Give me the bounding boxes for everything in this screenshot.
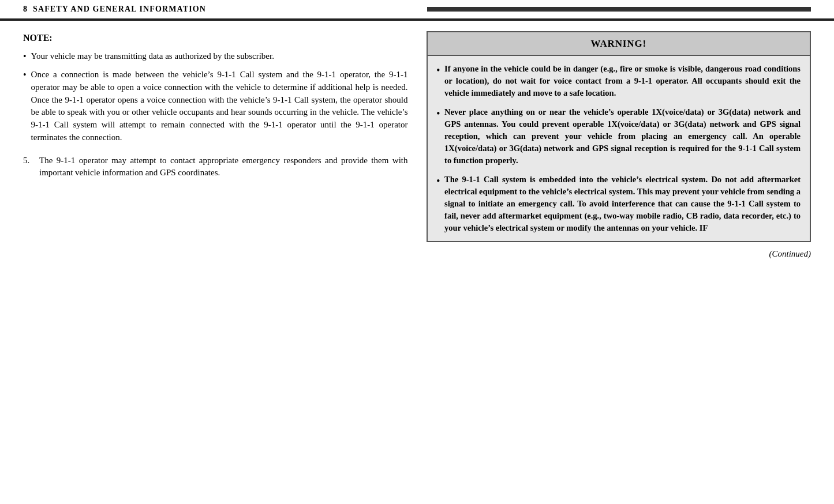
header-decorative-line [427, 7, 811, 12]
warning-bullet-3-text: The 9-1-1 Call system is embedded into t… [444, 174, 801, 234]
numbered-item-5-text: The 9-1-1 operator may attempt to contac… [39, 155, 408, 180]
note-bullets-list: • Your vehicle may be transmitting data … [23, 50, 408, 144]
warning-bullet-1: • If anyone in the vehicle could be in d… [437, 63, 801, 99]
warning-header: WARNING! [428, 32, 810, 56]
main-columns: NOTE: • Your vehicle may be transmitting… [0, 31, 834, 242]
left-column: NOTE: • Your vehicle may be transmitting… [23, 31, 408, 242]
warning-bullet-2-text: Never place anything on or near the vehi… [444, 106, 801, 167]
numbered-item-5: 5. The 9-1-1 operator may attempt to con… [23, 155, 408, 180]
right-column: WARNING! • If anyone in the vehicle coul… [427, 31, 811, 242]
warning-bullets-list: • If anyone in the vehicle could be in d… [437, 63, 801, 234]
bullet-icon-1: • [23, 51, 27, 62]
header-bar: 8 SAFETY AND GENERAL INFORMATION [0, 0, 834, 21]
warning-bullet-3: • The 9-1-1 Call system is embedded into… [437, 174, 801, 234]
note-bullet-1-text: Your vehicle may be transmitting data as… [31, 50, 408, 63]
page-container: 8 SAFETY AND GENERAL INFORMATION NOTE: •… [0, 0, 834, 504]
bullet-icon-2: • [23, 69, 27, 80]
warning-bullet-2: • Never place anything on or near the ve… [437, 106, 801, 167]
note-bullet-2-text: Once a connection is made between the ve… [31, 69, 408, 144]
warning-bullet-icon-3: • [437, 174, 440, 187]
warning-box: WARNING! • If anyone in the vehicle coul… [427, 31, 811, 242]
continued-footer: (Continued) [0, 242, 834, 261]
note-bullet-1: • Your vehicle may be transmitting data … [23, 50, 408, 63]
warning-header-text: WARNING! [590, 38, 646, 49]
warning-bullet-icon-1: • [437, 63, 440, 77]
note-label: NOTE: [23, 31, 408, 44]
note-bullet-2: • Once a connection is made between the … [23, 69, 408, 144]
warning-bullet-icon-2: • [437, 107, 440, 120]
header-title: SAFETY AND GENERAL INFORMATION [33, 3, 417, 15]
header-page-number: 8 [23, 3, 27, 15]
warning-bullet-1-text: If anyone in the vehicle could be in dan… [444, 63, 801, 99]
numbered-item-5-number: 5. [23, 155, 39, 167]
continued-text: (Continued) [769, 249, 811, 258]
warning-body: • If anyone in the vehicle could be in d… [428, 56, 810, 241]
